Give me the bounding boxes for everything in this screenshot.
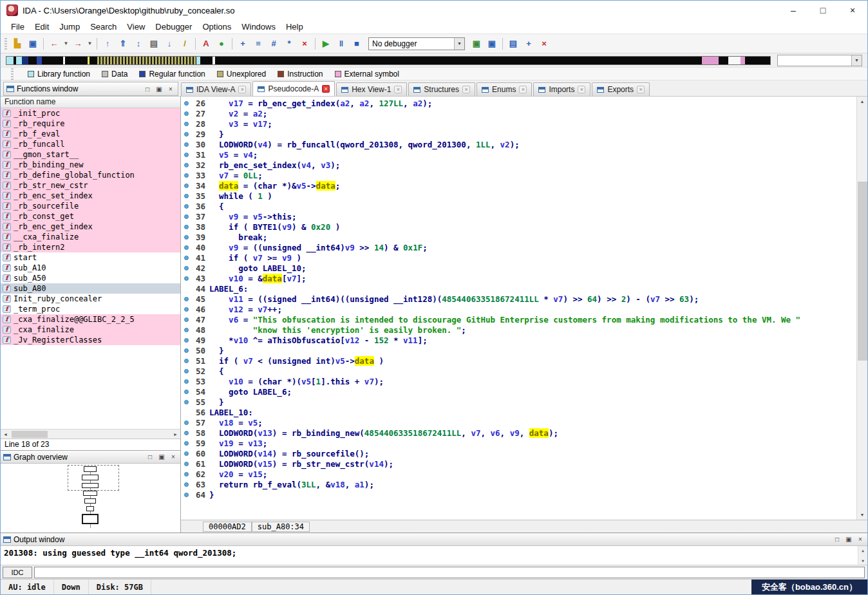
output-window-titlebar[interactable]: Output window □ ▣ × <box>1 533 867 546</box>
function-row[interactable]: f_rb_binding_new <box>1 160 180 170</box>
apply-struct-icon[interactable]: * <box>282 37 296 50</box>
pseudocode-vscrollbar[interactable]: ▲ ▼ <box>856 97 867 520</box>
scroll-up-icon[interactable]: ▲ <box>858 546 867 554</box>
function-row[interactable]: f_rb_intern2 <box>1 242 180 252</box>
menu-item-jump[interactable]: Jump <box>54 21 85 33</box>
function-row[interactable]: f_Jv_RegisterClasses <box>1 335 180 345</box>
function-row[interactable]: f_init_proc <box>1 108 180 118</box>
code-line[interactable]: 52 { <box>181 366 867 376</box>
functions-window-titlebar[interactable]: Functions window □ ▣ × <box>3 82 178 96</box>
edit-struct-icon[interactable]: ≡ <box>251 37 265 50</box>
close-tab-icon[interactable]: × <box>238 86 246 93</box>
code-line[interactable]: 55 } <box>181 397 867 407</box>
menu-item-options[interactable]: Options <box>197 21 236 33</box>
tab-imports[interactable]: Imports× <box>533 82 590 96</box>
function-row[interactable]: f__gmon_start__ <box>1 149 180 160</box>
scroll-down-icon[interactable]: ▼ <box>858 556 867 565</box>
code-line[interactable]: 54 goto LABEL_6; <box>181 386 867 397</box>
start-process-icon[interactable]: ▶ <box>319 37 333 50</box>
scroll-down-icon[interactable]: ▼ <box>857 510 867 520</box>
forward-history-icon[interactable]: ▼ <box>86 37 93 50</box>
stop-process-icon[interactable]: ■ <box>350 37 364 50</box>
close-window-icon[interactable]: × <box>537 37 551 50</box>
rename-icon[interactable]: / <box>178 37 192 50</box>
menu-item-search[interactable]: Search <box>85 21 122 33</box>
pause-process-icon[interactable]: ‖ <box>334 37 348 50</box>
debugger-options-icon[interactable]: ▣ <box>485 37 499 50</box>
float-panel-icon[interactable]: ▣ <box>157 453 166 460</box>
function-row[interactable]: fsub_A10 <box>1 263 180 273</box>
graph-overview-titlebar[interactable]: Graph overview □ ▣ × <box>1 451 180 464</box>
navigation-band[interactable] <box>6 56 771 65</box>
minimize-button[interactable]: – <box>778 1 808 20</box>
function-row[interactable]: f_term_proc <box>1 304 180 314</box>
function-row[interactable]: f_rb_enc_get_index <box>1 222 180 232</box>
open-subviews-icon[interactable]: ▤ <box>506 37 520 50</box>
code-line[interactable]: 62 v20 = v15; <box>181 469 867 479</box>
code-line[interactable]: 35 while ( 1 ) <box>181 191 867 201</box>
tab-pseudocode-a[interactable]: Pseudocode-A× <box>252 81 335 96</box>
close-panel-icon[interactable]: × <box>856 536 865 543</box>
code-line[interactable]: 34 data = (char *)&v5->data; <box>181 180 867 191</box>
maximize-button[interactable]: □ <box>808 1 838 20</box>
code-line[interactable]: 44LABEL_6: <box>181 283 867 294</box>
jump-segment-icon[interactable]: ↕ <box>131 37 146 50</box>
menu-item-view[interactable]: View <box>122 21 150 33</box>
code-line[interactable]: 32 rb_enc_set_index(v4, v3); <box>181 160 867 170</box>
code-line[interactable]: 40 v9 = ((unsigned __int64)v9 >> 14) & 0… <box>181 242 867 252</box>
menu-item-file[interactable]: File <box>6 21 30 33</box>
code-line[interactable]: 45 v11 = ((signed __int64)((unsigned __i… <box>181 294 867 304</box>
back-history-icon[interactable]: ▼ <box>62 37 70 50</box>
close-tab-icon[interactable]: × <box>322 85 330 93</box>
function-row[interactable]: fstart <box>1 252 180 263</box>
add-struct-icon[interactable]: + <box>236 37 250 50</box>
code-line[interactable]: 56LABEL_10: <box>181 407 867 417</box>
code-line[interactable]: 61 LODWORD(v15) = rb_str_new_cstr(v14); <box>181 458 867 469</box>
function-row[interactable]: f__cxa_finalize <box>1 232 180 242</box>
function-row[interactable]: fsub_A80 <box>1 283 180 294</box>
scroll-left-icon[interactable]: ◄ <box>1 430 10 439</box>
scroll-up-icon[interactable]: ▲ <box>857 97 867 106</box>
tab-structures[interactable]: Structures× <box>408 82 475 96</box>
float-panel-icon[interactable]: ▣ <box>844 536 853 543</box>
function-row[interactable]: f_rb_require <box>1 118 180 129</box>
tab-enums[interactable]: Enums× <box>476 82 532 96</box>
function-row[interactable]: f_rb_enc_set_index <box>1 191 180 201</box>
functions-hscrollbar[interactable]: ◄ ► <box>1 429 180 439</box>
code-line[interactable]: 48 "know this 'encryption' is easily bro… <box>181 325 867 335</box>
debugger-combo[interactable]: No debugger▼ <box>368 37 465 50</box>
function-row[interactable]: f_rb_define_global_function <box>1 170 180 180</box>
text-view-icon[interactable]: A <box>199 37 213 50</box>
code-line[interactable]: 63 return rb_f_eval(3LL, &v18, a1); <box>181 479 867 489</box>
close-panel-icon[interactable]: × <box>166 86 175 93</box>
nav-combo[interactable]: ▼ <box>777 55 862 66</box>
menu-item-help[interactable]: Help <box>281 21 308 33</box>
code-line[interactable]: 42 goto LABEL_10; <box>181 263 867 273</box>
idc-input[interactable] <box>34 567 865 578</box>
tab-exports[interactable]: Exports× <box>592 82 650 96</box>
menu-item-debugger[interactable]: Debugger <box>150 21 197 33</box>
attach-process-icon[interactable]: ▣ <box>469 37 484 50</box>
close-tab-icon[interactable]: × <box>394 86 402 93</box>
open-file-icon[interactable]: ▙ <box>10 37 24 50</box>
code-line[interactable]: 26 v17 = rb_enc_get_index(a2, a2, 127LL,… <box>181 98 867 108</box>
code-line[interactable]: 53 v10 = (char *)(v5[1].this + v7); <box>181 376 867 386</box>
graph-overview-canvas[interactable] <box>1 464 180 533</box>
function-row[interactable]: f_cxa_finalize <box>1 325 180 335</box>
code-line[interactable]: 31 v5 = v4; <box>181 149 867 160</box>
pseudocode-lines[interactable]: 26 v17 = rb_enc_get_index(a2, a2, 127LL,… <box>181 97 867 520</box>
code-line[interactable]: 38 if ( BYTE1(v9) & 0x20 ) <box>181 222 867 232</box>
print-icon[interactable]: ▤ <box>147 37 161 50</box>
output-log[interactable]: 201308: using guessed type __int64 qword… <box>1 546 867 565</box>
close-tab-icon[interactable]: × <box>519 86 527 93</box>
code-line[interactable]: 41 if ( v7 >= v9 ) <box>181 252 867 263</box>
code-line[interactable]: 30 LODWORD(v4) = rb_funcall(qword_201308… <box>181 139 867 149</box>
maximize-panel-icon[interactable]: □ <box>146 453 155 460</box>
forward-icon[interactable]: → <box>71 37 85 50</box>
stack-vars-icon[interactable]: # <box>267 37 281 50</box>
code-line[interactable]: 37 v9 = v5->this; <box>181 211 867 222</box>
maximize-panel-icon[interactable]: □ <box>143 86 152 93</box>
close-tab-icon[interactable]: × <box>578 86 585 93</box>
vscroll-thumb[interactable] <box>858 182 867 361</box>
output-vscrollbar[interactable]: ▲ ▼ <box>858 546 867 565</box>
